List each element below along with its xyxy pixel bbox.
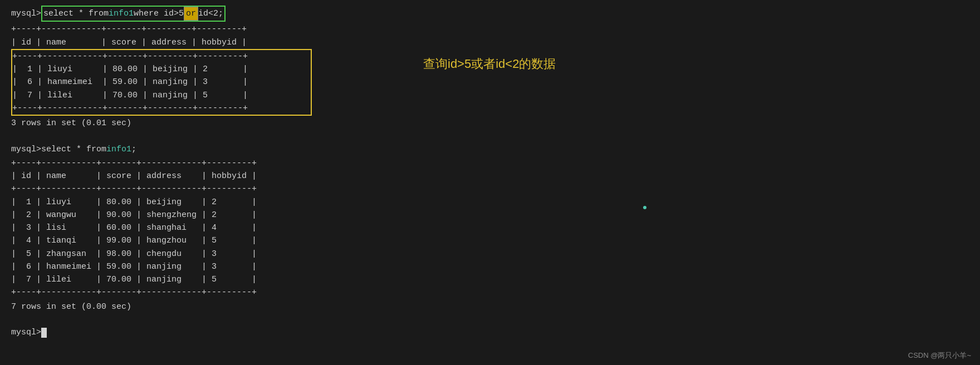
cmd-where: where id>5 [134,7,184,20]
table1-sep-mid: +----+------------+-------+---------+---… [12,50,311,63]
cmd-table1: info1 [109,7,134,20]
table2-row-1: | 1 | liuyi | 80.00 | beijing | 2 | [11,196,969,209]
table1-count: 3 rows in set (0.01 sec) [11,117,969,130]
table1-row-2: | 6 | hanmeimei | 59.00 | nanjing | 3 | [12,76,311,88]
dot-decoration [643,206,646,209]
table2-row-6: | 6 | hanmeimei | 59.00 | nanjing | 3 | [11,260,969,273]
cmd-semi: ; [131,143,136,156]
table2-row-4: | 4 | tianqi | 99.00 | hangzhou | 5 | [11,234,969,247]
terminal: mysql> select * from info1 where id>5 or… [0,0,980,344]
table2-row-5: | 5 | zhangsan | 98.00 | chengdu | 3 | [11,248,969,260]
table1-row-3: | 7 | lilei | 70.00 | nanjing | 5 | [12,89,311,102]
cmd-table2: info1 [106,143,131,156]
cmd-select: select * from [43,7,109,20]
table1-sep-bot: +----+------------+-------+---------+---… [12,102,311,115]
cmd-id2: id<2; [198,7,223,20]
table2-count: 7 rows in set (0.00 sec) [11,300,969,313]
table2-row-7: | 7 | lilei | 70.00 | nanjing | 5 | [11,273,969,286]
table2-header: | id | name | score | address | hobbyid … [11,170,969,182]
watermark: CSDN @两只小羊~ [908,351,971,361]
table1-header: | id | name | score | address | hobbyid … [11,36,969,49]
prompt3: mysql> [11,326,41,339]
prompt2: mysql> [11,143,41,156]
cmd-select2: select * from [41,143,106,156]
annotation-text: 查询id>5或者id<2的数据 [423,56,556,72]
table2-row-2: | 2 | wangwu | 90.00 | shengzheng | 2 | [11,209,969,221]
table2-sep-top: +----+-----------+-------+------------+-… [11,157,969,170]
table2-sep-mid: +----+-----------+-------+------------+-… [11,182,969,195]
table1-sep-top: +----+------------+-------+---------+---… [11,23,969,36]
table2-row-3: | 3 | lisi | 60.00 | shanghai | 4 | [11,221,969,234]
table2-sep-bot: +----+-----------+-------+------------+-… [11,286,969,299]
cursor [41,328,47,338]
table1-row-1: | 1 | liuyi | 80.00 | beijing | 2 | [12,63,311,76]
prompt1: mysql> [11,7,41,20]
cmd-or: or [184,7,198,21]
